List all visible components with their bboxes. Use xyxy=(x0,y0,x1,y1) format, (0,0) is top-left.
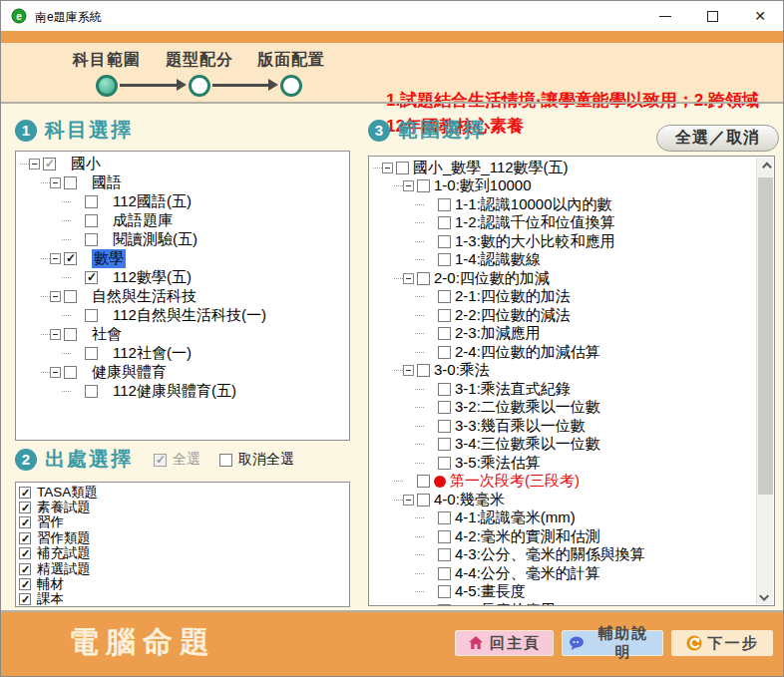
tree-row[interactable]: 3-2:二位數乘以一位數 xyxy=(373,399,756,418)
tree-checkbox[interactable] xyxy=(438,346,451,359)
tree-row[interactable]: 1-1:認識10000以內的數 xyxy=(373,195,756,214)
tree-node-label[interactable]: 3-4:三位數乘以一位數 xyxy=(455,436,600,455)
tree-node-label[interactable]: 1-2:認識千位和位值換算 xyxy=(455,214,615,233)
tree-node-label[interactable]: 1-4:認識數線 xyxy=(455,251,541,270)
tree-checkbox[interactable] xyxy=(417,179,430,192)
tree-row[interactable]: 4-2:毫米的實測和估測 xyxy=(373,527,756,546)
home-button[interactable]: 回主頁 xyxy=(455,630,554,656)
source-list-item[interactable]: TASA類題 xyxy=(19,485,349,500)
collapse-expander-icon[interactable] xyxy=(29,159,40,169)
tree-node-label[interactable]: 112國語(五) xyxy=(113,192,192,211)
tree-row[interactable]: 4-5:畫長度 xyxy=(373,583,756,602)
collapse-expander-icon[interactable] xyxy=(403,365,414,376)
tree-row[interactable]: 3-4:三位數乘以一位數 xyxy=(373,436,756,455)
tree-node-label[interactable]: 2-3:加減應用 xyxy=(455,325,541,344)
tree-checkbox[interactable] xyxy=(64,290,77,303)
source-item-checkbox[interactable] xyxy=(19,578,31,590)
tree-node-label[interactable]: 4-0:幾毫米 xyxy=(434,491,505,509)
tree-checkbox[interactable] xyxy=(438,198,451,211)
collapse-expander-icon[interactable] xyxy=(50,329,61,340)
tree-checkbox[interactable] xyxy=(438,457,451,470)
tree-row[interactable]: 自然與生活科技 xyxy=(20,287,349,306)
source-list-item[interactable]: 輔材 xyxy=(19,576,349,591)
source-list-item[interactable]: 習作 xyxy=(19,515,349,530)
source-item-checkbox[interactable] xyxy=(19,487,31,499)
tree-checkbox[interactable] xyxy=(438,438,451,451)
tree-row[interactable]: 112社會(一) xyxy=(20,344,349,363)
tree-node-label[interactable]: 閱讀測驗(五) xyxy=(113,230,197,249)
source-item-checkbox[interactable] xyxy=(19,547,31,559)
next-step-button[interactable]: 下一步 xyxy=(671,630,773,656)
source-list-item[interactable]: 補充試題 xyxy=(19,546,349,561)
tree-node-label[interactable]: 2-2:四位數的減法 xyxy=(455,306,571,325)
tree-node-label[interactable]: 1-1:認識10000以內的數 xyxy=(455,195,612,214)
source-list-item[interactable]: 習作類題 xyxy=(19,530,349,545)
minimize-icon[interactable] xyxy=(649,1,681,31)
tree-row[interactable]: 112自然與生活科技(一) xyxy=(20,306,349,325)
tree-row[interactable]: 成語題庫 xyxy=(20,211,349,230)
tree-node-label[interactable]: 112自然與生活科技(一) xyxy=(113,306,266,325)
source-item-checkbox[interactable] xyxy=(19,593,31,605)
tree-node-label[interactable]: 3-5:乘法估算 xyxy=(455,454,541,473)
tree-node-label[interactable]: 國小 xyxy=(71,155,101,173)
deselect-all-option[interactable]: 取消全選 xyxy=(216,451,294,469)
tree-node-label[interactable]: 國語 xyxy=(92,173,122,192)
collapse-expander-icon[interactable] xyxy=(50,253,61,264)
tree-row[interactable]: 國小 xyxy=(20,155,349,173)
tree-checkbox[interactable] xyxy=(85,233,98,246)
tree-row[interactable]: 3-0:乘法 xyxy=(373,362,756,381)
tree-checkbox[interactable] xyxy=(417,272,430,285)
tree-row[interactable]: 4-4:公分、毫米的計算 xyxy=(373,564,756,583)
tree-checkbox[interactable] xyxy=(438,401,451,414)
tree-checkbox[interactable] xyxy=(438,567,451,580)
tree-row[interactable]: 112健康與體育(五) xyxy=(20,382,349,401)
tree-row[interactable]: 3-1:乘法直式紀錄 xyxy=(373,380,756,399)
tree-row[interactable]: 3-3:幾百乘以一位數 xyxy=(373,417,756,436)
tree-checkbox[interactable] xyxy=(417,494,430,507)
select-all-checkbox[interactable] xyxy=(154,454,167,467)
select-all-option[interactable]: 全選 xyxy=(151,451,200,469)
tree-row[interactable]: 2-1:四位數的加法 xyxy=(373,288,756,307)
tree-row[interactable]: 1-3:數的大小比較和應用 xyxy=(373,232,756,251)
scroll-down-icon[interactable] xyxy=(757,586,774,603)
tree-node-label[interactable]: 2-0:四位數的加減 xyxy=(434,269,550,288)
tree-checkbox[interactable] xyxy=(438,585,451,598)
tree-node-label[interactable]: 健康與體育 xyxy=(92,363,167,382)
tree-checkbox[interactable] xyxy=(438,530,451,543)
tree-checkbox[interactable] xyxy=(438,327,451,340)
tree-node-label[interactable]: 4-5:畫長度 xyxy=(455,583,526,602)
tree-row[interactable]: 112國語(五) xyxy=(20,192,349,211)
tree-row[interactable]: 2-4:四位數的加減估算 xyxy=(373,343,756,362)
tree-node-label[interactable]: 社會 xyxy=(92,325,122,344)
maximize-icon[interactable] xyxy=(696,1,728,31)
help-button[interactable]: 輔助說明 xyxy=(562,630,663,656)
tree-checkbox[interactable] xyxy=(64,252,77,265)
tree-node-label[interactable]: 3-3:幾百乘以一位數 xyxy=(455,417,586,436)
tree-row[interactable]: 國小_數學_112數學(五) xyxy=(373,159,756,177)
scrollbar[interactable] xyxy=(756,158,773,604)
deselect-all-checkbox[interactable] xyxy=(219,454,232,467)
tree-node-label[interactable]: 3-0:乘法 xyxy=(434,362,490,381)
tree-checkbox[interactable] xyxy=(64,176,77,189)
collapse-expander-icon[interactable] xyxy=(50,177,61,188)
tree-node-label[interactable]: 3-1:乘法直式紀錄 xyxy=(455,380,571,399)
tree-node-label[interactable]: 成語題庫 xyxy=(113,211,173,230)
tree-node-label[interactable]: 112社會(一) xyxy=(113,344,192,363)
tree-checkbox[interactable] xyxy=(438,511,451,524)
tree-row[interactable]: 2-3:加減應用 xyxy=(373,325,756,344)
tree-row[interactable]: 4-3:公分、毫米的關係與換算 xyxy=(373,546,756,565)
subject-tree[interactable]: 國小國語112國語(五)成語題庫閱讀測驗(五)數學112數學(五)自然與生活科技… xyxy=(15,151,350,441)
tree-row[interactable]: 4-6:長度的應用 xyxy=(373,601,756,606)
source-list-item[interactable]: 素養試題 xyxy=(19,500,349,514)
tree-checkbox[interactable] xyxy=(438,548,451,561)
source-item-checkbox[interactable] xyxy=(19,532,31,544)
tree-checkbox[interactable] xyxy=(85,385,98,398)
tree-row[interactable]: 國語 xyxy=(20,173,349,192)
tree-node-label[interactable]: 第一次段考(三段考) xyxy=(450,473,580,492)
tree-checkbox[interactable] xyxy=(85,347,98,360)
tree-row[interactable]: 4-0:幾毫米 xyxy=(373,491,756,509)
collapse-expander-icon[interactable] xyxy=(403,273,414,284)
tree-node-label[interactable]: 1-3:數的大小比較和應用 xyxy=(455,232,615,251)
tree-checkbox[interactable] xyxy=(438,216,451,229)
tree-row[interactable]: 4-1:認識毫米(mm) xyxy=(373,509,756,528)
